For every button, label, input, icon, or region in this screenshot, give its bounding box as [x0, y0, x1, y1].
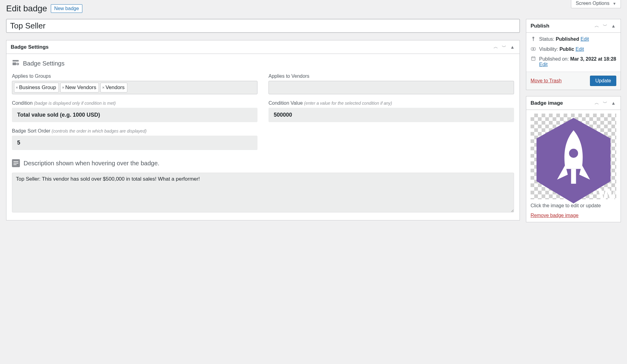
edit-date-link[interactable]: Edit: [539, 62, 548, 67]
applies-to-groups-input[interactable]: ×Business Group ×New Vendors ×Vendors: [12, 81, 257, 94]
badge-image-title: Badge image: [531, 100, 563, 106]
page-title: Edit badge: [6, 4, 47, 13]
condition-label: Condition (badge is displayed only if co…: [12, 100, 257, 106]
description-icon: [12, 159, 20, 167]
group-token[interactable]: ×Vendors: [100, 83, 127, 92]
badge-image-panel: Badge image ︿ ﹀ ▲ w: [526, 96, 621, 222]
triangle-up-icon: ▲: [611, 23, 616, 28]
chevron-down-icon: ﹀: [502, 44, 506, 49]
edit-visibility-link[interactable]: Edit: [576, 47, 584, 52]
collapse-button[interactable]: ▲: [610, 99, 616, 107]
move-up-button[interactable]: ︿: [493, 43, 499, 51]
svg-rect-1: [13, 62, 16, 65]
svg-point-3: [17, 64, 18, 65]
applies-to-vendors-label: Applies to Vendors: [268, 73, 514, 79]
badge-settings-panel: Badge Settings ︿ ﹀ ▲ Badge Settings Appl…: [6, 40, 520, 220]
svg-text:w: w: [598, 179, 615, 206]
chevron-down-icon: ▼: [613, 2, 616, 6]
collapse-button[interactable]: ▲: [610, 22, 616, 29]
badge-settings-heading: Badge Settings: [23, 60, 65, 67]
svg-rect-0: [13, 60, 19, 62]
description-textarea[interactable]: Top Seller: This vendor has sold over $5…: [12, 173, 514, 212]
sort-order-label: Badge Sort Order (controls the order in …: [12, 128, 257, 134]
applies-to-groups-label: Applies to Groups: [12, 73, 257, 79]
description-heading: Description shown when hovering over the…: [24, 160, 160, 167]
applies-to-vendors-input[interactable]: [268, 81, 514, 94]
svg-rect-14: [571, 169, 576, 183]
group-token[interactable]: ×New Vendors: [60, 83, 99, 92]
svg-rect-5: [533, 38, 534, 41]
update-button[interactable]: Update: [590, 76, 616, 86]
chevron-up-icon: ︿: [494, 44, 498, 49]
publish-title: Publish: [531, 23, 549, 29]
group-token[interactable]: ×Business Group: [14, 83, 59, 92]
visibility-text: Visibility: Public Edit: [539, 47, 584, 52]
svg-point-13: [569, 148, 578, 158]
triangle-up-icon: ▲: [611, 100, 616, 106]
remove-token-icon[interactable]: ×: [102, 85, 104, 90]
screen-options-toggle[interactable]: Screen Options ▼: [571, 0, 621, 8]
status-text: Status: Published Edit: [539, 36, 589, 42]
pin-icon: [531, 36, 536, 42]
chevron-down-icon: ﹀: [603, 100, 607, 105]
condition-select[interactable]: Total value sold (e.g. 1000 USD): [12, 108, 257, 122]
edit-status-link[interactable]: Edit: [580, 36, 589, 42]
badge-settings-title: Badge Settings: [11, 44, 49, 50]
published-text: Published on: Mar 3, 2022 at 18:28 Edit: [539, 56, 616, 67]
remove-token-icon[interactable]: ×: [16, 85, 18, 90]
condition-value-label: Condition Value (enter a value for the s…: [268, 100, 514, 106]
chevron-down-icon: ﹀: [603, 23, 607, 28]
calendar-icon: [531, 56, 536, 62]
badge-title-input[interactable]: [6, 19, 520, 33]
move-down-button[interactable]: ﹀: [602, 22, 608, 29]
move-down-button[interactable]: ﹀: [501, 43, 507, 51]
move-up-button[interactable]: ︿: [594, 22, 600, 29]
condition-value-input[interactable]: 500000: [268, 108, 514, 122]
svg-rect-8: [531, 57, 535, 60]
eye-icon: [531, 47, 536, 52]
settings-icon: [12, 59, 19, 68]
badge-image-preview[interactable]: w: [531, 114, 616, 199]
svg-point-7: [533, 48, 534, 50]
remove-badge-image-link[interactable]: Remove badge image: [531, 213, 579, 218]
chevron-up-icon: ︿: [595, 100, 599, 105]
screen-options-label: Screen Options: [576, 1, 609, 6]
sort-order-input[interactable]: 5: [12, 136, 257, 150]
publish-panel: Publish ︿ ﹀ ▲ Status: Published Edit: [526, 19, 621, 90]
move-up-button[interactable]: ︿: [594, 99, 600, 107]
rocket-badge-icon: w: [532, 115, 615, 206]
triangle-up-icon: ▲: [510, 44, 515, 50]
new-badge-button[interactable]: New badge: [51, 4, 82, 13]
remove-token-icon[interactable]: ×: [62, 85, 64, 90]
chevron-up-icon: ︿: [595, 23, 599, 28]
collapse-button[interactable]: ▲: [509, 43, 515, 51]
move-to-trash-link[interactable]: Move to Trash: [531, 78, 561, 84]
move-down-button[interactable]: ﹀: [602, 99, 608, 107]
